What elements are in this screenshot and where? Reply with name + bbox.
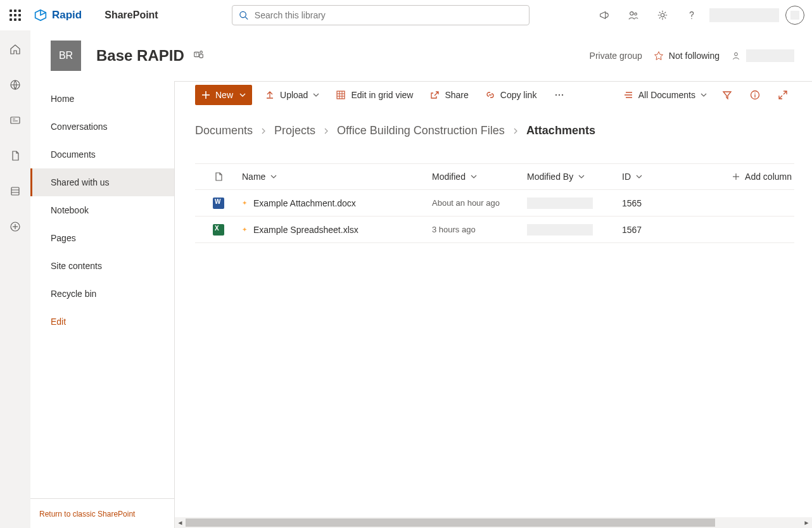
- views-button[interactable]: All Documents: [619, 85, 711, 105]
- help-button[interactable]: [678, 0, 706, 30]
- header-modified[interactable]: Modified: [432, 172, 527, 182]
- nav-notebook[interactable]: Notebook: [30, 196, 174, 224]
- rail-files-button[interactable]: [0, 147, 30, 165]
- upload-icon: [265, 90, 275, 100]
- word-file-icon: [213, 198, 224, 209]
- chevron-right-icon: [323, 128, 329, 134]
- nav-documents[interactable]: Documents: [30, 141, 174, 168]
- scroll-right-arrow[interactable]: ►: [801, 517, 812, 528]
- rail-lists-button[interactable]: [0, 182, 30, 200]
- header-icon[interactable]: [195, 172, 242, 182]
- return-classic-link[interactable]: Return to classic SharePoint: [39, 510, 135, 519]
- chevron-right-icon: [512, 128, 519, 134]
- site-header-right: Private group Not following: [590, 49, 794, 62]
- svg-line-2: [245, 16, 248, 19]
- search-box[interactable]: [232, 5, 530, 25]
- scroll-track[interactable]: [186, 517, 801, 528]
- follow-button[interactable]: Not following: [654, 51, 720, 61]
- account-manager-button[interactable]: [785, 6, 804, 25]
- help-icon: [686, 9, 697, 21]
- rail-home-button[interactable]: [0, 41, 30, 58]
- app-name[interactable]: SharePoint: [105, 9, 158, 21]
- upload-label: Upload: [280, 90, 308, 100]
- chevron-down-icon: [270, 173, 277, 180]
- teams-icon: T: [193, 49, 205, 60]
- brand[interactable]: Rapid: [34, 9, 82, 22]
- list-lines-icon: [623, 90, 633, 100]
- grid-icon: [336, 90, 346, 100]
- rail-news-button[interactable]: [0, 111, 30, 129]
- nav-home[interactable]: Home: [30, 85, 174, 113]
- settings-button[interactable]: [649, 0, 676, 30]
- id-value: 1565: [622, 198, 642, 208]
- members-area[interactable]: [731, 49, 794, 62]
- modified-by-placeholder: [527, 198, 593, 209]
- svg-rect-23: [337, 91, 345, 99]
- copy-link-label: Copy link: [500, 90, 537, 100]
- nav-pages[interactable]: Pages: [30, 224, 174, 252]
- ellipsis-icon: [554, 90, 564, 100]
- horizontal-scrollbar[interactable]: ◄ ►: [175, 517, 812, 528]
- suite-bar: Rapid SharePoint: [0, 0, 812, 30]
- svg-point-28: [555, 94, 557, 95]
- nav-recycle-bin[interactable]: Recycle bin: [30, 280, 174, 308]
- file-name[interactable]: Example Spreadsheet.xlsx: [253, 225, 358, 235]
- fullscreen-button[interactable]: [771, 85, 794, 105]
- info-pane-button[interactable]: [744, 85, 766, 105]
- svg-rect-8: [11, 117, 20, 123]
- more-actions-button[interactable]: [549, 85, 569, 105]
- list-icon: [9, 185, 22, 198]
- add-column-button[interactable]: Add column: [711, 172, 794, 182]
- scroll-left-arrow[interactable]: ◄: [175, 517, 186, 528]
- rail-mysites-button[interactable]: [0, 76, 30, 94]
- crumb-office-building[interactable]: Office Building Construction Files: [337, 124, 505, 137]
- avatar-placeholder: [790, 11, 799, 20]
- upload-button[interactable]: Upload: [261, 85, 323, 105]
- filter-icon: [722, 90, 732, 100]
- nav-conversations[interactable]: Conversations: [30, 113, 174, 141]
- chevron-down-icon: [636, 173, 642, 180]
- header-modified-by[interactable]: Modified By: [527, 172, 622, 182]
- header-name[interactable]: Name: [242, 172, 432, 182]
- person-icon: [731, 51, 741, 61]
- chevron-down-icon: [313, 92, 319, 98]
- plus-circle-icon: [9, 220, 22, 233]
- globe-icon: [9, 79, 22, 91]
- grid-view-button[interactable]: Edit in grid view: [332, 85, 417, 105]
- file-icon: [9, 149, 22, 162]
- share-button[interactable]: Share: [426, 85, 472, 105]
- new-button[interactable]: New: [195, 85, 252, 105]
- rail-create-button[interactable]: [0, 218, 30, 236]
- header-id[interactable]: ID: [622, 172, 711, 182]
- new-badge-icon: ✦: [242, 199, 247, 206]
- teams-link-button[interactable]: T: [193, 49, 205, 63]
- nav-site-contents[interactable]: Site contents: [30, 252, 174, 280]
- nav-shared-with-us[interactable]: Shared with us: [30, 168, 174, 196]
- home-icon: [9, 43, 22, 56]
- filter-button[interactable]: [716, 85, 739, 105]
- table-row[interactable]: ✦Example Spreadsheet.xlsx 3 hours ago 15…: [195, 217, 794, 243]
- new-label: New: [215, 90, 233, 100]
- views-label: All Documents: [638, 90, 695, 100]
- command-bar: New Upload Edit in grid view Share Copy …: [175, 81, 812, 109]
- site-title[interactable]: Base RAPID: [96, 47, 184, 65]
- svg-point-6: [691, 18, 692, 18]
- megaphone-icon: [599, 9, 610, 21]
- scroll-thumb[interactable]: [186, 519, 715, 527]
- file-name[interactable]: Example Attachment.docx: [253, 198, 356, 208]
- copy-link-button[interactable]: Copy link: [481, 85, 541, 105]
- breadcrumb: Documents Projects Office Building Const…: [195, 124, 595, 137]
- nav-edit[interactable]: Edit: [30, 308, 174, 336]
- search-input[interactable]: [255, 10, 523, 20]
- crumb-projects[interactable]: Projects: [274, 124, 315, 137]
- crumb-documents[interactable]: Documents: [195, 124, 253, 137]
- share-icon: [429, 90, 440, 100]
- svg-point-19: [200, 51, 203, 54]
- table-header: Name Modified Modified By ID Add column: [195, 163, 794, 190]
- site-logo[interactable]: BR: [51, 41, 81, 71]
- megaphone-button[interactable]: [590, 0, 618, 30]
- rapid-logo-icon: [34, 9, 47, 22]
- table-row[interactable]: ✦Example Attachment.docx About an hour a…: [195, 190, 794, 217]
- immersive-reader-button[interactable]: [619, 0, 647, 30]
- app-launcher-button[interactable]: [0, 0, 30, 30]
